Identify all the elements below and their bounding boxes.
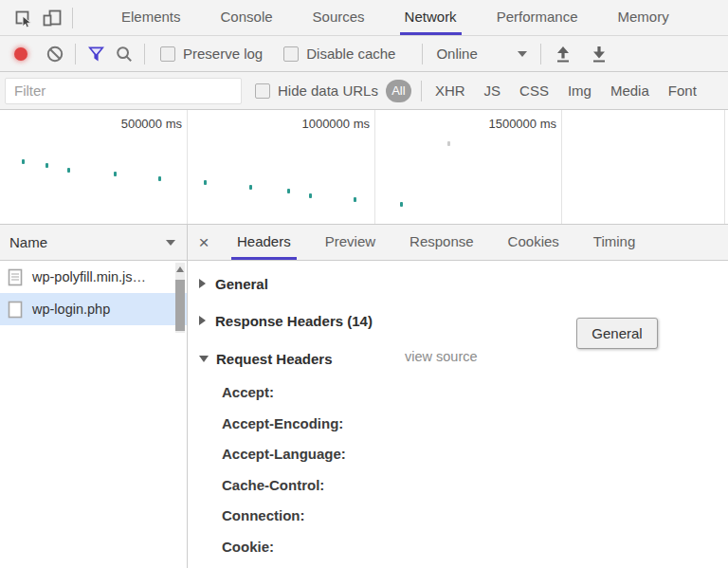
chevron-right-icon bbox=[199, 316, 206, 325]
import-har-icon[interactable] bbox=[549, 41, 577, 67]
hide-data-urls-label: Hide data URLs bbox=[278, 82, 378, 99]
bottom-split: Name wp-polyfill.min.js… bbox=[0, 225, 728, 568]
search-icon[interactable] bbox=[110, 41, 138, 67]
section-title: General bbox=[215, 276, 268, 292]
detail-tab-bar: × Headers Preview Response Cookies Timin… bbox=[188, 225, 728, 261]
overview-dot bbox=[354, 197, 356, 202]
overview-dot bbox=[309, 193, 312, 198]
overview-dot bbox=[447, 141, 450, 146]
request-headers-section-toggle[interactable]: Request Headers view source bbox=[199, 349, 711, 368]
overview-dot bbox=[249, 185, 252, 190]
request-row-wp-polyfill[interactable]: wp-polyfill.min.js… bbox=[0, 261, 187, 293]
chevron-down-icon bbox=[518, 51, 527, 57]
request-name: wp-login.php bbox=[32, 302, 110, 317]
document-file-icon bbox=[8, 301, 23, 319]
tabbar-icons bbox=[0, 0, 79, 35]
requests-scrollbar[interactable] bbox=[175, 263, 185, 333]
response-headers-section-toggle[interactable]: Response Headers (14) bbox=[199, 311, 373, 330]
overview-gridline bbox=[724, 110, 725, 224]
toolbar-separator bbox=[540, 44, 541, 64]
throttling-select[interactable]: Online bbox=[436, 46, 526, 62]
request-header-name: Accept-Language: bbox=[222, 445, 346, 464]
device-toolbar-icon[interactable] bbox=[38, 5, 66, 31]
network-overview[interactable]: 500000 ms 1000000 ms 1500000 ms bbox=[0, 110, 728, 225]
general-section-toggle[interactable]: General bbox=[199, 274, 268, 293]
close-icon[interactable]: × bbox=[188, 225, 220, 260]
disable-cache-group: Disable cache bbox=[283, 46, 395, 62]
filter-type-css[interactable]: CSS bbox=[519, 82, 549, 99]
network-toolbar: Preserve log Disable cache Online bbox=[0, 36, 728, 72]
overview-dot bbox=[400, 202, 403, 207]
filter-row: Hide data URLs All XHR JS CSS Img Media … bbox=[0, 72, 728, 110]
record-button[interactable] bbox=[14, 47, 27, 61]
filter-input[interactable] bbox=[5, 78, 242, 104]
requests-panel: Name wp-polyfill.min.js… bbox=[0, 225, 188, 568]
tab-cookies[interactable]: Cookies bbox=[502, 225, 565, 260]
preserve-log-label: Preserve log bbox=[183, 46, 263, 62]
headers-content: General Response Headers (14) Request He… bbox=[188, 261, 728, 568]
scrollbar-thumb[interactable] bbox=[175, 280, 185, 331]
tab-headers[interactable]: Headers bbox=[231, 225, 297, 260]
request-header-name: Accept: bbox=[222, 383, 274, 402]
filter-type-img[interactable]: Img bbox=[568, 82, 592, 99]
sort-chevron-icon bbox=[166, 240, 175, 246]
preserve-log-checkbox[interactable] bbox=[160, 46, 175, 62]
request-row-wp-login[interactable]: wp-login.php bbox=[0, 293, 187, 325]
toolbar-separator bbox=[75, 44, 76, 64]
request-header-name: Cache-Control: bbox=[222, 476, 324, 495]
overview-dot bbox=[114, 172, 117, 176]
overview-dot bbox=[67, 168, 70, 173]
section-title: Request Headers bbox=[216, 351, 333, 367]
toolbar-separator bbox=[144, 44, 145, 64]
main-tabs: Elements Console Sources Network Perform… bbox=[101, 0, 689, 35]
inspect-element-icon[interactable] bbox=[9, 5, 38, 31]
name-column-label: Name bbox=[9, 234, 47, 250]
scroll-up-icon[interactable] bbox=[176, 266, 184, 272]
request-header-name: Cookie: bbox=[222, 538, 274, 557]
filter-separator bbox=[421, 81, 422, 101]
disable-cache-label: Disable cache bbox=[306, 46, 395, 62]
filter-funnel-icon[interactable] bbox=[82, 41, 110, 67]
overview-dot bbox=[287, 189, 290, 193]
tab-elements[interactable]: Elements bbox=[117, 0, 186, 35]
overview-time-label: 1500000 ms bbox=[0, 117, 556, 131]
tab-console[interactable]: Console bbox=[216, 0, 278, 35]
tab-timing[interactable]: Timing bbox=[588, 225, 641, 260]
filter-type-all[interactable]: All bbox=[386, 80, 411, 102]
filter-type-xhr[interactable]: XHR bbox=[435, 82, 465, 99]
overview-dot bbox=[46, 163, 48, 168]
toolbar-separator bbox=[72, 8, 73, 28]
overview-dot bbox=[22, 159, 25, 164]
section-title: Response Headers (14) bbox=[215, 313, 373, 329]
overview-dot bbox=[158, 176, 161, 181]
preserve-log-group: Preserve log bbox=[160, 46, 263, 62]
chevron-right-icon bbox=[199, 279, 206, 288]
request-name: wp-polyfill.min.js… bbox=[32, 269, 146, 284]
request-header-name: Accept-Encoding: bbox=[222, 414, 343, 433]
tab-sources[interactable]: Sources bbox=[308, 0, 370, 35]
filter-type-js[interactable]: JS bbox=[484, 82, 501, 99]
tab-response[interactable]: Response bbox=[404, 225, 480, 260]
filter-type-font[interactable]: Font bbox=[668, 82, 697, 99]
tab-memory[interactable]: Memory bbox=[613, 0, 674, 35]
main-tab-bar: Elements Console Sources Network Perform… bbox=[0, 0, 728, 36]
tab-performance[interactable]: Performance bbox=[492, 0, 583, 35]
tab-preview[interactable]: Preview bbox=[319, 225, 381, 260]
clear-icon[interactable] bbox=[41, 41, 69, 67]
overview-dot bbox=[204, 180, 207, 185]
script-file-icon bbox=[8, 268, 23, 286]
filter-type-media[interactable]: Media bbox=[610, 82, 649, 99]
view-source-link[interactable]: view source bbox=[405, 349, 478, 364]
overview-gridline bbox=[561, 110, 562, 224]
general-floating-button[interactable]: General bbox=[576, 318, 658, 349]
chevron-down-icon bbox=[199, 356, 209, 362]
disable-cache-checkbox[interactable] bbox=[283, 46, 299, 62]
export-har-icon[interactable] bbox=[585, 41, 613, 67]
request-detail-panel: × Headers Preview Response Cookies Timin… bbox=[188, 225, 728, 568]
tab-network[interactable]: Network bbox=[400, 0, 462, 35]
throttling-value: Online bbox=[436, 46, 477, 62]
devtools-window: Elements Console Sources Network Perform… bbox=[0, 0, 728, 568]
name-column-header[interactable]: Name bbox=[0, 225, 187, 261]
hide-data-urls-checkbox[interactable] bbox=[255, 83, 270, 99]
request-header-name: Connection: bbox=[222, 506, 305, 525]
